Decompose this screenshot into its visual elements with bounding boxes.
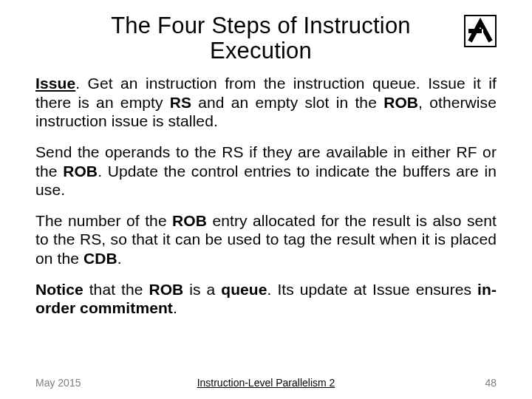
page-number: 48 — [485, 377, 497, 389]
rob-term: ROB — [149, 281, 183, 298]
rob-term: ROB — [383, 94, 418, 111]
svg-rect-2 — [468, 29, 482, 33]
notice-label: Notice — [35, 281, 83, 298]
queue-term: queue — [221, 281, 267, 298]
paragraph-rob-entry: The number of the ROB entry allocated fo… — [35, 211, 497, 268]
rs-term: RS — [170, 94, 191, 111]
text: is a — [183, 281, 221, 298]
text: that the — [83, 281, 149, 298]
slide: The Four Steps of Instruction Execution … — [0, 0, 532, 399]
text: The number of the — [35, 212, 172, 229]
footer-date: May 2015 — [35, 377, 81, 389]
paragraph-notice: Notice that the ROB is a queue. Its upda… — [35, 280, 497, 318]
cdb-term: CDB — [83, 250, 117, 267]
header: The Four Steps of Instruction Execution — [35, 13, 497, 64]
rob-term: ROB — [172, 212, 207, 229]
footer: May 2015 Instruction-Level Parallelism 2… — [35, 377, 497, 389]
footer-title: Instruction-Level Parallelism 2 — [197, 377, 335, 389]
text: . Update the control entries to indicate… — [35, 163, 497, 199]
rob-term: ROB — [63, 163, 98, 180]
institution-logo — [464, 15, 497, 47]
page-title: The Four Steps of Instruction Execution — [35, 13, 464, 64]
text: . — [117, 250, 122, 267]
paragraph-issue: Issue. Get an instruction from the instr… — [35, 74, 497, 131]
text: and an empty slot in the — [191, 94, 383, 111]
issue-label: Issue — [35, 75, 75, 92]
text: . — [173, 299, 177, 316]
paragraph-operands: Send the operands to the RS if they are … — [35, 143, 497, 200]
text: . Its update at Issue ensures — [267, 281, 477, 298]
